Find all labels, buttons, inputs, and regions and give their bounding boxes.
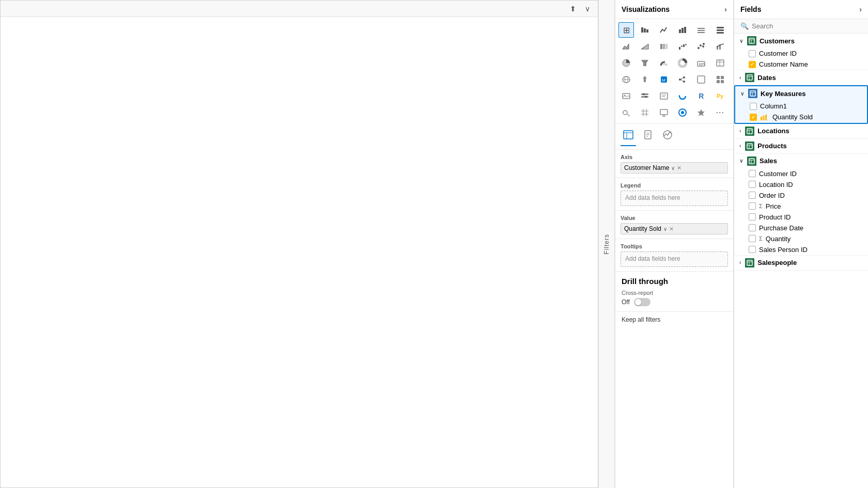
field-label-customer-id: Customer ID xyxy=(759,50,797,57)
viz-icon-decomp-tree[interactable] xyxy=(675,72,690,87)
viz-icon-stacked-bar[interactable] xyxy=(637,22,653,38)
table-group-header-sales[interactable]: ∨Sales xyxy=(734,154,868,168)
svg-rect-13 xyxy=(663,44,665,49)
table-group-header-salespeople[interactable]: ›Salespeople xyxy=(734,256,868,270)
viz-icon-slicer[interactable] xyxy=(637,88,653,104)
field-item-purchase-date[interactable]: Purchase Date xyxy=(734,223,868,233)
svg-rect-30 xyxy=(717,60,724,66)
field-checkbox-column1[interactable] xyxy=(750,103,757,110)
viz-icon-r[interactable]: R xyxy=(693,88,709,104)
field-label-location-id: Location ID xyxy=(759,181,793,188)
field-item-customer-id[interactable]: Customer ID xyxy=(734,48,868,59)
legend-placeholder[interactable]: Add data fields here xyxy=(621,191,728,206)
field-checkbox-order-id[interactable] xyxy=(749,192,756,199)
viz-icon-custom2[interactable] xyxy=(712,72,728,87)
viz-icon-table2[interactable] xyxy=(712,55,728,71)
field-checkbox-customer-name[interactable] xyxy=(749,61,756,68)
cross-report-toggle[interactable] xyxy=(634,298,650,306)
viz-icon-smart-narrative[interactable] xyxy=(656,88,672,104)
viz-icon-combo[interactable] xyxy=(712,39,728,54)
viz-icon-custom1[interactable] xyxy=(693,72,709,87)
field-item-customer-id[interactable]: Customer ID xyxy=(734,168,868,179)
viz-icon-stacked-area[interactable] xyxy=(637,39,653,54)
table-group-dates: ›Dates xyxy=(734,70,868,85)
field-item-price[interactable]: ΣPrice xyxy=(734,201,868,212)
field-checkbox-sales-person-id[interactable] xyxy=(749,246,756,253)
legend-label: Legend xyxy=(621,182,728,188)
svg-point-39 xyxy=(679,78,681,81)
field-checkbox-quantity-sold[interactable] xyxy=(750,114,757,121)
viz-icon-matrix[interactable] xyxy=(693,22,709,38)
viz-icon-kpi[interactable]: KPI xyxy=(693,55,709,71)
svg-point-20 xyxy=(700,44,702,46)
field-item-quantity[interactable]: ΣQuantity xyxy=(734,233,868,244)
table-group-header-products[interactable]: ›Products xyxy=(734,139,868,153)
value-field-chip[interactable]: Quantity Sold ∨ ✕ xyxy=(621,223,728,234)
viz-icon-funnel[interactable] xyxy=(637,55,653,71)
axis-field-chip[interactable]: Customer Name ∨ ✕ xyxy=(621,162,728,174)
field-checkbox-location-id[interactable] xyxy=(749,181,756,188)
viz-icon-more[interactable]: ··· xyxy=(712,105,728,120)
table-group-salespeople: ›Salespeople xyxy=(734,256,868,271)
search-input[interactable] xyxy=(752,22,862,30)
viz-icon-ribbon[interactable] xyxy=(656,39,672,54)
table-icon-customers xyxy=(747,36,756,45)
svg-rect-5 xyxy=(684,27,686,33)
viz-icon-line[interactable] xyxy=(656,22,672,38)
viz-icon-azure-maps[interactable]: M xyxy=(656,72,672,87)
viz-icon-map-filled[interactable] xyxy=(618,72,634,87)
chevron-key_measures: ∨ xyxy=(740,91,744,97)
viz-icon-key-influencers[interactable] xyxy=(618,105,634,120)
field-checkbox-purchase-date[interactable] xyxy=(749,224,756,231)
axis-remove-icon[interactable]: ✕ xyxy=(677,165,681,171)
viz-icon-table[interactable]: ⊞ xyxy=(618,22,634,38)
viz-icon-multi-row[interactable] xyxy=(712,22,728,38)
table-group-customers: ∨CustomersCustomer IDCustomer Name xyxy=(734,34,868,70)
viz-icon-waterfall[interactable] xyxy=(675,39,690,54)
field-checkbox-quantity[interactable] xyxy=(749,235,756,242)
value-remove-icon[interactable]: ✕ xyxy=(669,226,674,232)
viz-icon-image[interactable] xyxy=(618,88,634,104)
viz-icon-python[interactable]: Py xyxy=(712,88,728,104)
field-item-product-id[interactable]: Product ID xyxy=(734,212,868,223)
canvas-top-bar: ⬆ ∨ xyxy=(1,1,598,17)
viz-icon-pie[interactable] xyxy=(618,55,634,71)
tab-fields[interactable] xyxy=(621,127,636,146)
table-group-header-customers[interactable]: ∨Customers xyxy=(734,34,868,48)
viz-icon-donut[interactable] xyxy=(675,55,690,71)
table-group-header-key_measures[interactable]: ∨Key Measures xyxy=(735,86,867,101)
field-checkbox-price[interactable] xyxy=(749,202,756,210)
field-checkbox-customer-id[interactable] xyxy=(749,50,756,57)
viz-icon-bar[interactable] xyxy=(675,22,690,38)
tooltips-placeholder[interactable]: Add data fields here xyxy=(621,251,728,267)
field-item-order-id[interactable]: Order ID xyxy=(734,190,868,201)
field-item-column1[interactable]: Column1 xyxy=(735,101,867,112)
viz-icon-arc[interactable] xyxy=(675,88,690,104)
field-item-location-id[interactable]: Location ID xyxy=(734,179,868,190)
table-group-header-dates[interactable]: ›Dates xyxy=(734,70,868,85)
field-item-quantity-sold[interactable]: Quantity Sold xyxy=(735,112,867,123)
expand-icon[interactable]: ⬆ xyxy=(567,3,579,15)
viz-icon-screen[interactable] xyxy=(656,105,672,120)
viz-icon-radial[interactable] xyxy=(675,105,690,120)
field-checkbox-customer-id[interactable] xyxy=(749,170,756,177)
filters-panel[interactable]: Filters xyxy=(598,0,615,488)
viz-expand-icon[interactable]: › xyxy=(724,5,727,13)
field-item-customer-name[interactable]: Customer Name xyxy=(734,59,868,70)
viz-icon-scatter[interactable] xyxy=(693,39,709,54)
tab-analytics[interactable] xyxy=(660,127,675,146)
svg-rect-18 xyxy=(685,44,687,45)
viz-icon-map-shape[interactable] xyxy=(637,72,653,87)
viz-icon-custom-visual[interactable] xyxy=(693,105,709,120)
fields-expand-icon[interactable]: › xyxy=(859,5,862,13)
viz-icon-gauge[interactable] xyxy=(656,55,672,71)
field-item-sales-person-id[interactable]: Sales Person ID xyxy=(734,244,868,255)
tab-format[interactable] xyxy=(640,127,656,146)
value-chevron-icon: ∨ xyxy=(663,226,667,232)
collapse-icon[interactable]: ∨ xyxy=(581,3,594,15)
viz-icon-grid[interactable] xyxy=(637,105,653,120)
svg-rect-15 xyxy=(679,47,680,50)
viz-icon-area[interactable] xyxy=(618,39,634,54)
table-group-header-locations[interactable]: ›Locations xyxy=(734,124,868,138)
field-checkbox-product-id[interactable] xyxy=(749,213,756,221)
